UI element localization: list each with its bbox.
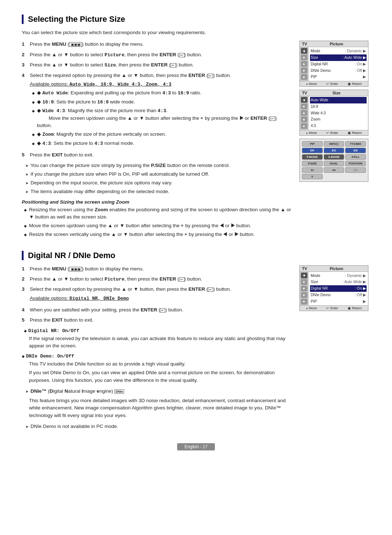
tv-icon3-5: ■ [301,299,307,305]
tv-icon3-1: ◆ [301,273,307,278]
arrow-note-1: You can change the picture size simply b… [25,162,293,169]
tv-screen2-header-left: TV [302,91,307,95]
option-zoom: ◆ Zoom: Magnify the size of the picture … [32,131,293,138]
tv-size-zoom: Zoom [310,116,367,123]
tv-size-169: 16:9 [310,103,367,110]
dnie-demo-heading: ◆ DNIe Demo: On/Off [22,353,293,359]
step3-content: Press the ▲ or ▼ button to select Size, … [30,61,293,69]
tv-screen2-body: ◆ ■ ■ ■ ■ Auto Wide 16:9 [300,96,368,130]
tv-screen1-icons: ◆ ■ ■ ■ ■ [300,47,309,81]
dnie-tm-text: This feature brings you more detailed im… [22,397,293,419]
tv-menu-row-size: Size : Auto Wide ▶ [310,54,367,61]
s2-step4-num: 4 [22,306,27,314]
remote-still: STILL [345,154,366,160]
arrow-note-4: The items available may differ depending… [25,188,293,195]
zoom-heading: Positioning and Sizing the screen using … [22,199,293,205]
remote-eb: EB [345,148,366,153]
tv3-menu-row-dnie: DNIe Demo : Off ▶ [310,292,367,298]
avail-options-1: Available options: Auto Wide, 16:9, Wide… [30,81,293,88]
zoom-bullet-3: Resize the screen vertically using the ▲… [24,231,293,238]
remote-s-mode: S.MODE [324,154,344,160]
arrow-note-2: If you change the picture size when PIP … [25,171,293,178]
page-footer: English - 17 [22,443,370,450]
option-autowide: ◆ Auto Wide: Expanding and pulling up th… [32,89,293,97]
tv-screen2-footer: ⬥ Move ↵ Enter ▣ Return [300,130,368,135]
section1-screenshots: TV Picture ◆ ■ ■ ■ ■ Mode : Dynamic ▶ [299,41,370,182]
tv-screen1-menu: Mode : Dynamic ▶ Size : Auto Wide ▶ Digi… [309,47,368,81]
remote-position: POSITION [345,161,366,166]
digital-nr-heading-container: ◆ Digital NR: On/Off [22,328,293,334]
digital-nr-text: If the signal received by the television… [22,335,293,350]
dnie-tm-section: DNIe™ (Digital Natural Image engine) DNI… [22,388,293,419]
tv-screen2-menu: Auto Wide 16:9 Wide 4:3 Zoom 4:3 [309,96,368,130]
section2-screenshots: TV Picture ◆ ■ ■ ■ ■ Mode : Dynamic ▶ [299,265,370,311]
step4-content: Select the required option by pressing t… [30,72,293,149]
s2-step-5: 5 Press the EXIT button to exit. [22,316,293,324]
step3-num: 3 [22,61,27,69]
tv3-menu-row-size: Size : Auto Wide ▶ [310,279,367,285]
s2-step-2: 2 Press the ▲ or ▼ button to select Pict… [22,275,293,283]
tv-icon-5: ■ [301,74,307,80]
tv-menu-row-mode: Mode : Dynamic ▶ [310,48,367,54]
step1-num: 1 [22,41,27,48]
tv3-menu-row-mode: Mode : Dynamic ▶ [310,273,367,279]
remote-control: PIP INFO◻ TTX/MIX ER EG EB P.MODE S.MODE… [299,139,368,182]
tv-icon2-3: ■ [301,110,307,116]
avail-options-2: Available options: Digital NR, DNIe Demo [30,295,293,302]
option-43: ◆ 4:3: Sets the picture to 4:3 normal mo… [32,140,293,147]
remote-grid: PIP INFO◻ TTX/MIX ER EG EB P.MODE S.MODE… [302,141,366,179]
s2-step-1: 1 Press the MENU (▣▣▣) button to display… [22,265,293,273]
remote-plus: P.SIZE [302,161,323,166]
s2-step4-content: When you are satisfied with your setting… [30,306,293,314]
section1-steps: 1 Press the MENU (▣▣▣) button to display… [22,41,293,159]
tv-icon3-4: ■ [301,292,307,298]
dnie-tm-item: DNIe™ (Digital Natural Image engine) DNI… [25,388,293,395]
dnie-demo-heading-container: ◆ DNIe Demo: On/Off [22,353,293,359]
tv-screen1-header: TV Picture [300,41,368,47]
tv-screen3-header-left: TV [302,266,307,271]
tv-icon-3: ■ [301,61,307,67]
remote-source: ●● [324,167,344,173]
step4-num: 4 [22,72,27,149]
tv3-menu-row-dnr: Digital NR : On ▶ [310,285,367,292]
remote-info: INFO◻ [324,141,344,147]
step-2: 2 Press the ▲ or ▼ button to select Pict… [22,51,293,59]
s2-step1-content: Press the MENU (▣▣▣) button to display t… [30,265,293,273]
tv-screen3-header: TV Picture [300,266,368,272]
remote-pmode: P.MODE [302,154,323,160]
s2-step3-num: 3 [22,286,27,303]
step-1: 1 Press the MENU (▣▣▣) button to display… [22,41,293,48]
remote-1x: 1x [302,167,323,173]
s2-step3-content: Select the required option by pressing t… [30,286,293,303]
section-picture-size: Selecting the Picture Size You can selec… [22,15,370,240]
remote-eg: EG [324,148,344,153]
step2-num: 2 [22,51,27,59]
section1-body: 1 Press the MENU (▣▣▣) button to display… [22,41,370,240]
step-5: 5 Press the EXIT button to exit. [22,151,293,159]
step2-content: Press the ▲ or ▼ button to select Pictur… [30,51,293,59]
tv-icon-4: ■ [301,68,307,73]
s2-step2-content: Press the ▲ or ▼ button to select Pictur… [30,275,293,283]
tv-screen3-menu: Mode : Dynamic ▶ Size : Auto Wide ▶ Digi… [309,272,368,306]
s2-step-3: 3 Select the required option by pressing… [22,286,293,303]
tv-icon2-5: ■ [301,123,307,129]
dnie-demo-text1: This TV includes the DNIe function so as… [22,360,293,368]
arrow-notes: You can change the picture size simply b… [22,162,293,196]
zoom-bullet-2: Move the screen up/down using the ▲ or ▼… [24,222,293,229]
tv-size-autowide: Auto Wide [310,97,367,103]
s2-step5-content: Press the EXIT button to exit. [30,316,293,324]
tv-screen3-footer: ⬥ Move ↵ Enter ▣ Return [300,305,368,311]
remote-er: ER [302,148,323,153]
remote-pip: PIP [302,141,323,147]
step5-content: Press the EXIT button to exit. [30,151,293,159]
tv-screen1-footer: ⬥ Move ↵ Enter ▣ Return [300,81,368,86]
tv-screen1-body: ◆ ■ ■ ■ ■ Mode : Dynamic ▶ Size : A [300,47,368,81]
dnie-pc-note: DNIe Demo is not available in PC mode. [25,423,293,430]
page-footer-badge: English - 17 [177,443,215,450]
s2-step-4: 4 When you are satisfied with your setti… [22,306,293,314]
digital-nr-heading: ◆ Digital NR: On/Off [24,328,293,334]
tv-icon2-1: ◆ [301,97,307,103]
step-4: 4 Select the required option by pressing… [22,72,293,149]
tv-icon-1: ◆ [301,48,307,54]
dnie-pc-arrow: DNIe Demo is not available in PC mode. [22,423,293,430]
